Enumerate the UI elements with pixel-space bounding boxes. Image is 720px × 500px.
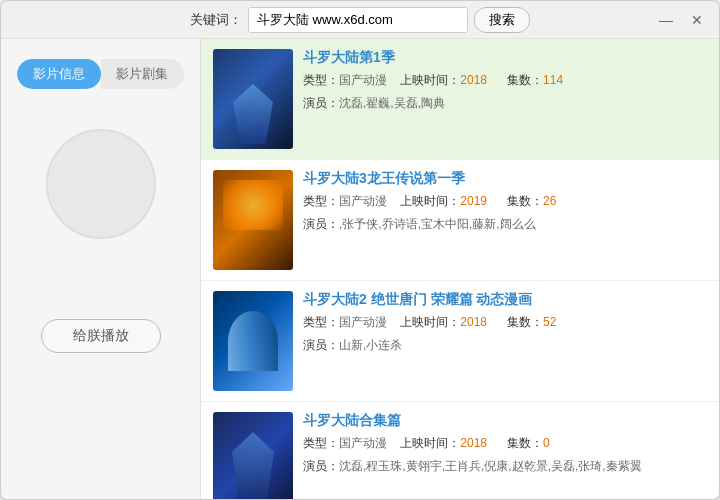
actors-meta: 演员：沈磊,翟巍,吴磊,陶典 [303, 94, 707, 113]
actors-meta: 演员：,张予侠,乔诗语,宝木中阳,藤新,阔么么 [303, 215, 707, 234]
type-value: 国产动漫 [339, 73, 387, 87]
result-meta: 类型：国产动漫 上映时间：2018 集数：0 [303, 434, 707, 453]
actors-value: 沈磊,翟巍,吴磊,陶典 [339, 96, 445, 110]
ep-label: 集数： [507, 194, 543, 208]
result-title[interactable]: 斗罗大陆2 绝世唐门 荣耀篇 动态漫画 [303, 291, 707, 309]
ep-label: 集数： [507, 436, 543, 450]
left-panel: 影片信息 影片剧集 给朕播放 [1, 39, 201, 499]
type-label: 类型： [303, 194, 339, 208]
result-item[interactable]: 斗罗大陆2 绝世唐门 荣耀篇 动态漫画 类型：国产动漫 上映时间：2018 集数… [201, 281, 719, 402]
year-value: 2018 [460, 73, 487, 87]
ep-value: 52 [543, 315, 556, 329]
result-meta: 类型：国产动漫 上映时间：2018 集数：52 [303, 313, 707, 332]
result-thumbnail [213, 49, 293, 149]
result-info: 斗罗大陆第1季 类型：国产动漫 上映时间：2018 集数：114 演员：沈磊,翟… [303, 49, 707, 113]
ep-value: 0 [543, 436, 550, 450]
ep-label: 集数： [507, 315, 543, 329]
actors-label: 演员： [303, 338, 339, 352]
result-meta: 类型：国产动漫 上映时间：2018 集数：114 [303, 71, 707, 90]
play-button[interactable]: 给朕播放 [41, 319, 161, 353]
result-thumbnail [213, 291, 293, 391]
year-label: 上映时间： [400, 436, 460, 450]
actors-meta: 演员：山新,小连杀 [303, 336, 707, 355]
result-title[interactable]: 斗罗大陆第1季 [303, 49, 707, 67]
result-item[interactable]: 斗罗大陆第1季 类型：国产动漫 上映时间：2018 集数：114 演员：沈磊,翟… [201, 39, 719, 160]
type-label: 类型： [303, 436, 339, 450]
year-label: 上映时间： [400, 194, 460, 208]
result-thumbnail [213, 412, 293, 499]
type-label: 类型： [303, 73, 339, 87]
search-input[interactable] [248, 7, 468, 33]
window-controls: — ✕ [655, 11, 707, 29]
actors-value: 沈磊,程玉珠,黄翎宇,王肖兵,倪康,赵乾景,吴磊,张琦,秦紫翼 [339, 459, 642, 473]
results-panel[interactable]: 斗罗大陆第1季 类型：国产动漫 上映时间：2018 集数：114 演员：沈磊,翟… [201, 39, 719, 499]
search-label: 关键词： [190, 11, 242, 29]
year-value: 2018 [460, 315, 487, 329]
year-label: 上映时间： [400, 315, 460, 329]
actors-meta: 演员：沈磊,程玉珠,黄翎宇,王肖兵,倪康,赵乾景,吴磊,张琦,秦紫翼 [303, 457, 707, 476]
result-info: 斗罗大陆合集篇 类型：国产动漫 上映时间：2018 集数：0 演员：沈磊,程玉珠… [303, 412, 707, 476]
ep-value: 26 [543, 194, 556, 208]
actors-label: 演员： [303, 217, 339, 231]
type-label: 类型： [303, 315, 339, 329]
content-area: 影片信息 影片剧集 给朕播放 斗罗大陆第1季 类型：国产动漫 上映时间：2018 [1, 39, 719, 499]
actors-value: ,张予侠,乔诗语,宝木中阳,藤新,阔么么 [339, 217, 536, 231]
result-title[interactable]: 斗罗大陆3龙王传说第一季 [303, 170, 707, 188]
ep-label: 集数： [507, 73, 543, 87]
result-info: 斗罗大陆3龙王传说第一季 类型：国产动漫 上映时间：2019 集数：26 演员：… [303, 170, 707, 234]
type-value: 国产动漫 [339, 436, 387, 450]
result-item[interactable]: 斗罗大陆合集篇 类型：国产动漫 上映时间：2018 集数：0 演员：沈磊,程玉珠… [201, 402, 719, 499]
tab-bar: 影片信息 影片剧集 [17, 59, 184, 89]
year-label: 上映时间： [400, 73, 460, 87]
result-title[interactable]: 斗罗大陆合集篇 [303, 412, 707, 430]
year-value: 2019 [460, 194, 487, 208]
tab-movie-episodes[interactable]: 影片剧集 [101, 59, 185, 89]
result-info: 斗罗大陆2 绝世唐门 荣耀篇 动态漫画 类型：国产动漫 上映时间：2018 集数… [303, 291, 707, 355]
ep-value: 114 [543, 73, 563, 87]
main-window: 关键词： 搜索 — ✕ 影片信息 影片剧集 给朕播放 斗罗大陆第1季 [0, 0, 720, 500]
poster-placeholder [46, 129, 156, 239]
result-item[interactable]: 斗罗大陆3龙王传说第一季 类型：国产动漫 上映时间：2019 集数：26 演员：… [201, 160, 719, 281]
search-button[interactable]: 搜索 [474, 7, 530, 33]
minimize-button[interactable]: — [655, 11, 677, 29]
close-button[interactable]: ✕ [687, 11, 707, 29]
type-value: 国产动漫 [339, 315, 387, 329]
year-value: 2018 [460, 436, 487, 450]
tab-movie-info[interactable]: 影片信息 [17, 59, 101, 89]
result-thumbnail [213, 170, 293, 270]
actors-label: 演员： [303, 459, 339, 473]
result-meta: 类型：国产动漫 上映时间：2019 集数：26 [303, 192, 707, 211]
actors-label: 演员： [303, 96, 339, 110]
titlebar: 关键词： 搜索 — ✕ [1, 1, 719, 39]
actors-value: 山新,小连杀 [339, 338, 402, 352]
type-value: 国产动漫 [339, 194, 387, 208]
search-area: 关键词： 搜索 [190, 7, 530, 33]
